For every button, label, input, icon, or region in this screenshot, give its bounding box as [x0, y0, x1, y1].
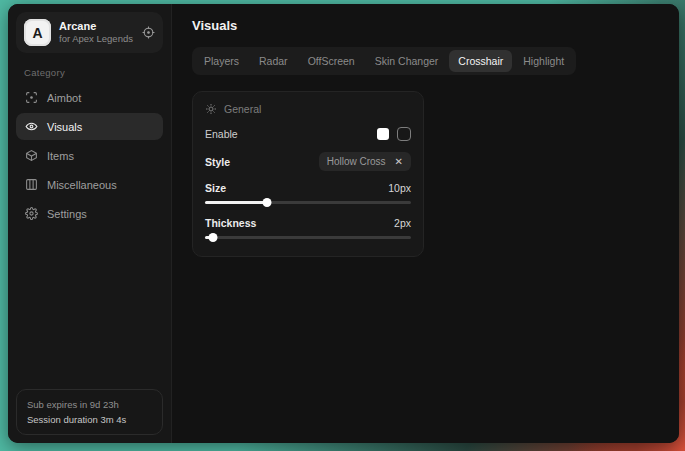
- sidebar-item-settings[interactable]: Settings: [16, 200, 163, 227]
- thickness-label: Thickness: [205, 217, 256, 229]
- gear-icon: [25, 207, 38, 220]
- app-subtitle: for Apex Legends: [59, 33, 134, 45]
- session-duration-text: Session duration 3m 4s: [27, 414, 152, 425]
- app-name: Arcane: [59, 20, 134, 34]
- visuals-tabbar: Players Radar OffScreen Skin Changer Cro…: [192, 47, 576, 75]
- thickness-row: Thickness 2px: [205, 217, 411, 229]
- sidebar-item-label: Visuals: [47, 121, 82, 133]
- style-row: Style Hollow Cross ✕: [205, 152, 411, 171]
- enable-checkbox[interactable]: [397, 127, 411, 141]
- thickness-slider-track[interactable]: [205, 236, 411, 239]
- sidebar-item-items[interactable]: Items: [16, 142, 163, 169]
- panel-title: General: [224, 103, 261, 115]
- package-icon: [25, 149, 38, 162]
- style-label: Style: [205, 156, 230, 168]
- subscription-info-card: Sub expires in 9d 23h Session duration 3…: [16, 389, 163, 435]
- tab-radar[interactable]: Radar: [250, 50, 297, 72]
- size-row: Size 10px: [205, 182, 411, 194]
- crosshair-color-swatch[interactable]: [377, 128, 389, 140]
- sidebar-item-label: Settings: [47, 208, 87, 220]
- sub-expires-text: Sub expires in 9d 23h: [27, 399, 152, 410]
- eye-icon: [25, 120, 38, 133]
- crosshair-icon: [25, 91, 38, 104]
- brand-card: A Arcane for Apex Legends: [16, 12, 163, 53]
- scope-target-icon[interactable]: [142, 26, 155, 39]
- sidebar-item-label: Items: [47, 150, 74, 162]
- thickness-slider[interactable]: [205, 232, 411, 242]
- clear-style-icon[interactable]: ✕: [395, 157, 403, 167]
- tab-players[interactable]: Players: [195, 50, 248, 72]
- style-select[interactable]: Hollow Cross ✕: [319, 152, 411, 171]
- general-panel: General Enable Style Hollow Cross ✕ Size…: [192, 91, 424, 257]
- tab-crosshair[interactable]: Crosshair: [449, 50, 512, 72]
- size-slider-thumb[interactable]: [262, 198, 271, 207]
- sidebar-item-miscellaneous[interactable]: Miscellaneous: [16, 171, 163, 198]
- sidebar-nav: Aimbot Visuals Items: [16, 84, 163, 227]
- size-value: 10px: [388, 182, 411, 194]
- tab-skin-changer[interactable]: Skin Changer: [366, 50, 448, 72]
- sidebar-item-aimbot[interactable]: Aimbot: [16, 84, 163, 111]
- app-window: A Arcane for Apex Legends Category: [8, 4, 679, 443]
- thickness-slider-thumb[interactable]: [209, 233, 218, 242]
- enable-row: Enable: [205, 127, 411, 141]
- thickness-value: 2px: [394, 217, 411, 229]
- category-label: Category: [24, 67, 163, 78]
- enable-label: Enable: [205, 128, 238, 140]
- size-slider-fill: [205, 201, 267, 204]
- size-label: Size: [205, 182, 226, 194]
- sidebar-item-visuals[interactable]: Visuals: [16, 113, 163, 140]
- settings-sun-icon: [205, 103, 217, 115]
- sidebar-item-label: Aimbot: [47, 92, 81, 104]
- sidebar: A Arcane for Apex Legends Category: [8, 4, 172, 443]
- size-slider[interactable]: [205, 197, 411, 207]
- tab-offscreen[interactable]: OffScreen: [299, 50, 364, 72]
- page-title: Visuals: [192, 18, 659, 33]
- app-logo: A: [24, 19, 51, 46]
- sidebar-item-label: Miscellaneous: [47, 179, 117, 191]
- tab-highlight[interactable]: Highlight: [514, 50, 573, 72]
- style-value: Hollow Cross: [327, 156, 386, 167]
- columns-icon: [25, 178, 38, 191]
- main-content: Visuals Players Radar OffScreen Skin Cha…: [172, 4, 679, 443]
